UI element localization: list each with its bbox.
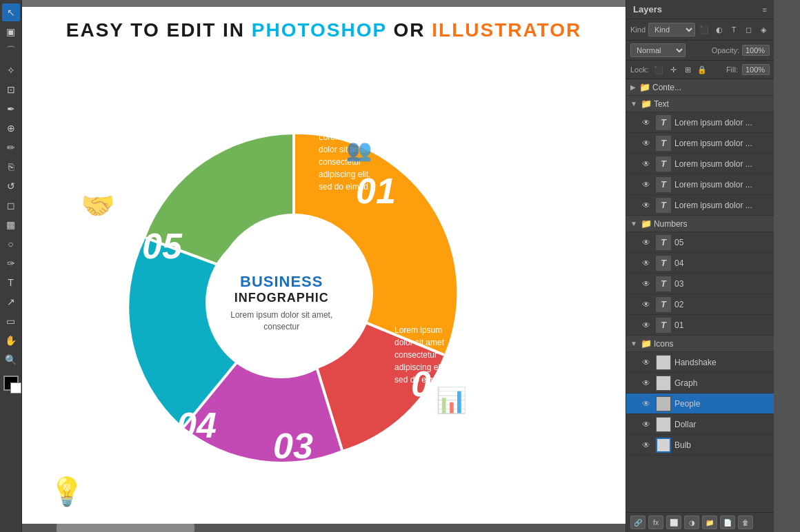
eye-handshake[interactable]: 👁 bbox=[640, 356, 652, 369]
opacity-input[interactable] bbox=[742, 45, 770, 56]
lock-artboard-btn[interactable]: ⊞ bbox=[681, 63, 694, 76]
horizontal-scrollbar[interactable] bbox=[22, 524, 626, 532]
text-layer-1[interactable]: 👁 T Lorem ipsum dolor ... bbox=[626, 112, 774, 133]
lock-move-btn[interactable]: ✛ bbox=[667, 63, 679, 76]
pixel-filter-btn[interactable]: ⬛ bbox=[698, 23, 710, 36]
illustrator-text: ILLUSTRATOR bbox=[432, 19, 581, 41]
smart-filter-btn[interactable]: ◈ bbox=[757, 23, 770, 36]
pen-tool[interactable]: ✑ bbox=[2, 254, 20, 272]
lock-all-btn[interactable]: 🔒 bbox=[696, 63, 708, 76]
eraser-tool[interactable]: ◻ bbox=[2, 196, 20, 214]
eye-people[interactable]: 👁 bbox=[640, 398, 652, 410]
bulb-layer[interactable]: 👁 Bulb bbox=[626, 435, 774, 456]
brush-tool[interactable]: ✏ bbox=[2, 139, 20, 156]
seg1-text: Lorem ipsumdolor sit ametconsecteturadip… bbox=[319, 131, 429, 193]
dollar-layer[interactable]: 👁 Dollar bbox=[626, 414, 774, 435]
dodge-tool[interactable]: ○ bbox=[2, 235, 20, 253]
icons-group-header[interactable]: ▼ 📁 Icons bbox=[626, 336, 774, 352]
conte-group[interactable]: ▶ 📁 Conte... bbox=[626, 79, 774, 96]
lock-row: Lock: ⬛ ✛ ⊞ 🔒 Fill: bbox=[626, 61, 774, 79]
eye-num-02[interactable]: 👁 bbox=[640, 298, 652, 311]
h-scrollbar-thumb[interactable] bbox=[57, 524, 194, 532]
graph-icon-canvas: 📊 bbox=[436, 386, 467, 415]
business-label: BUSINESS bbox=[240, 273, 323, 291]
num-layer-05[interactable]: 👁 T 05 bbox=[626, 232, 774, 253]
new-group-btn[interactable]: 📁 bbox=[702, 515, 717, 529]
gradient-tool[interactable]: ▦ bbox=[2, 216, 20, 234]
eye-num-03[interactable]: 👁 bbox=[640, 278, 652, 290]
crop-tool[interactable]: ⊡ bbox=[2, 81, 20, 99]
marquee-tool[interactable]: ▣ bbox=[2, 23, 20, 41]
adjustment-filter-btn[interactable]: ◐ bbox=[713, 23, 726, 36]
people-thumb bbox=[656, 396, 671, 411]
text-layer-2[interactable]: 👁 T Lorem ipsum dolor ... bbox=[626, 133, 774, 154]
num-layer-02[interactable]: 👁 T 02 bbox=[626, 294, 774, 315]
text-thumb-3: T bbox=[656, 156, 671, 172]
history-brush-tool[interactable]: ↺ bbox=[2, 177, 20, 195]
lasso-tool[interactable]: ⌒ bbox=[2, 42, 20, 60]
new-layer-btn[interactable]: 📄 bbox=[720, 515, 735, 529]
eye-dollar[interactable]: 👁 bbox=[640, 418, 652, 431]
eye-3[interactable]: 👁 bbox=[640, 158, 652, 170]
mask-btn[interactable]: ⬜ bbox=[666, 515, 681, 529]
graph-layer[interactable]: 👁 Graph bbox=[626, 373, 774, 393]
eye-num-05[interactable]: 👁 bbox=[640, 236, 652, 249]
eye-4[interactable]: 👁 bbox=[640, 178, 652, 191]
people-layer[interactable]: 👁 People bbox=[626, 393, 774, 414]
text-tool[interactable]: T bbox=[2, 274, 20, 291]
eye-2[interactable]: 👁 bbox=[640, 137, 652, 150]
panel-menu-icon[interactable]: ≡ bbox=[763, 6, 767, 14]
svg-text:04: 04 bbox=[177, 405, 217, 445]
foreground-color[interactable] bbox=[3, 376, 19, 391]
magic-wand-tool[interactable]: ✧ bbox=[2, 61, 20, 79]
text-thumb-1: T bbox=[656, 115, 671, 130]
delete-layer-btn[interactable]: 🗑 bbox=[738, 515, 753, 529]
lock-label: Lock: bbox=[630, 65, 648, 74]
eyedropper-tool[interactable]: ✒ bbox=[2, 100, 20, 118]
healing-tool[interactable]: ⊕ bbox=[2, 119, 20, 137]
num-layer-04[interactable]: 👁 T 04 bbox=[626, 253, 774, 274]
bulb-thumb bbox=[656, 438, 671, 453]
adjustment-btn[interactable]: ◑ bbox=[684, 515, 699, 529]
icons-folder-icon: 📁 bbox=[641, 338, 652, 349]
people-layer-name: People bbox=[674, 399, 770, 409]
shape-filter-btn[interactable]: ◻ bbox=[743, 23, 755, 36]
photoshop-text: PHOTOSHOP bbox=[252, 19, 387, 41]
kind-select[interactable]: Kind bbox=[648, 23, 695, 37]
canvas-content: EASY TO EDIT IN PHOTOSHOP OR ILLUSTRATOR bbox=[22, 7, 626, 532]
eye-num-04[interactable]: 👁 bbox=[640, 257, 652, 269]
center-subtext: Lorem ipsum dolor sit amet, consectur bbox=[219, 309, 343, 333]
path-selection-tool[interactable]: ↗ bbox=[2, 293, 20, 311]
fx-btn[interactable]: fx bbox=[648, 515, 663, 529]
num-layer-03[interactable]: 👁 T 03 bbox=[626, 274, 774, 294]
fill-input[interactable] bbox=[742, 64, 770, 75]
stamp-tool[interactable]: ⎘ bbox=[2, 158, 20, 176]
bulb-icon-canvas: 💡 bbox=[50, 475, 84, 508]
num-04-name: 04 bbox=[674, 258, 770, 268]
shape-tool[interactable]: ▭ bbox=[2, 312, 20, 330]
text-group-header[interactable]: ▼ 📁 Text bbox=[626, 96, 774, 112]
zoom-tool[interactable]: 🔍 bbox=[2, 351, 20, 369]
eye-bulb[interactable]: 👁 bbox=[640, 439, 652, 451]
lock-pixels-btn[interactable]: ⬛ bbox=[652, 63, 665, 76]
text-layer-3[interactable]: 👁 T Lorem ipsum dolor ... bbox=[626, 154, 774, 174]
num-thumb-04: T bbox=[656, 256, 671, 271]
move-tool[interactable]: ↖ bbox=[2, 3, 20, 21]
hand-tool[interactable]: ✋ bbox=[2, 331, 20, 349]
num-layer-01[interactable]: 👁 T 01 bbox=[626, 315, 774, 336]
num-thumb-03: T bbox=[656, 276, 671, 291]
canvas-header: EASY TO EDIT IN PHOTOSHOP OR ILLUSTRATOR bbox=[22, 7, 626, 48]
conte-folder-icon: 📁 bbox=[639, 82, 650, 92]
handshake-layer[interactable]: 👁 Handshake bbox=[626, 352, 774, 373]
numbers-group-header[interactable]: ▼ 📁 Numbers bbox=[626, 216, 774, 232]
type-filter-btn[interactable]: T bbox=[728, 23, 740, 36]
eye-graph[interactable]: 👁 bbox=[640, 377, 652, 389]
blend-mode-select[interactable]: Normal bbox=[630, 43, 686, 57]
eye-num-01[interactable]: 👁 bbox=[640, 319, 652, 331]
text-layer-4[interactable]: 👁 T Lorem ipsum dolor ... bbox=[626, 174, 774, 195]
text-layer-5[interactable]: 👁 T Lorem ipsum dolor ... bbox=[626, 195, 774, 216]
eye-5[interactable]: 👁 bbox=[640, 199, 652, 212]
link-layers-btn[interactable]: 🔗 bbox=[630, 515, 646, 529]
eye-1[interactable]: 👁 bbox=[640, 116, 652, 129]
text-layer-3-name: Lorem ipsum dolor ... bbox=[674, 159, 770, 169]
